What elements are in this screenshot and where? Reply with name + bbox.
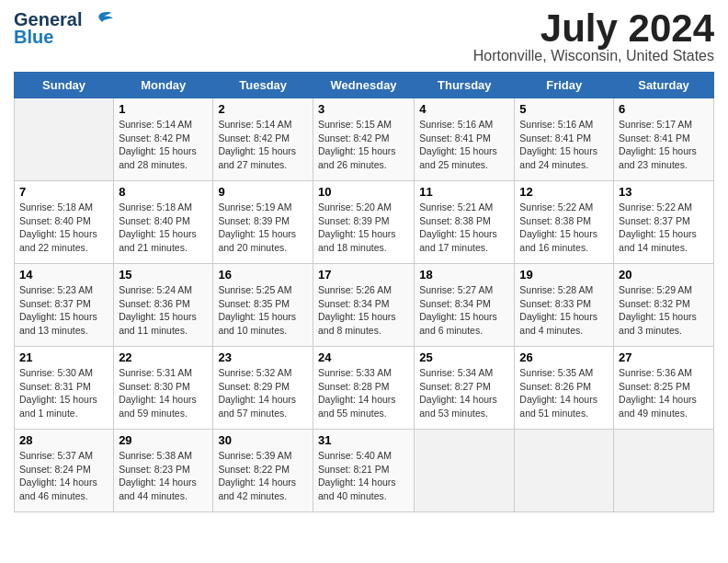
day-info: Sunrise: 5:38 AM Sunset: 8:23 PM Dayligh… [119,449,208,503]
day-info: Sunrise: 5:16 AM Sunset: 8:41 PM Dayligh… [519,118,609,172]
day-info: Sunrise: 5:33 AM Sunset: 8:28 PM Dayligh… [318,366,409,420]
calendar-cell: 30Sunrise: 5:39 AM Sunset: 8:22 PM Dayli… [213,430,313,512]
header-tuesday: Tuesday [213,73,313,98]
day-info: Sunrise: 5:31 AM Sunset: 8:30 PM Dayligh… [119,366,208,420]
day-info: Sunrise: 5:18 AM Sunset: 8:40 PM Dayligh… [19,201,108,255]
calendar-cell: 22Sunrise: 5:31 AM Sunset: 8:30 PM Dayli… [114,347,213,430]
day-info: Sunrise: 5:16 AM Sunset: 8:41 PM Dayligh… [419,118,509,172]
day-number: 16 [218,268,308,282]
calendar-cell [15,98,114,181]
day-number: 31 [318,433,409,447]
calendar-cell: 7Sunrise: 5:18 AM Sunset: 8:40 PM Daylig… [15,181,114,264]
calendar-week-row: 28Sunrise: 5:37 AM Sunset: 8:24 PM Dayli… [15,430,714,512]
day-info: Sunrise: 5:39 AM Sunset: 8:22 PM Dayligh… [218,449,308,503]
calendar-cell: 24Sunrise: 5:33 AM Sunset: 8:28 PM Dayli… [313,347,414,430]
calendar-cell: 20Sunrise: 5:29 AM Sunset: 8:32 PM Dayli… [614,264,714,347]
day-info: Sunrise: 5:17 AM Sunset: 8:41 PM Dayligh… [619,118,709,172]
calendar-table: SundayMondayTuesdayWednesdayThursdayFrid… [14,72,714,512]
day-number: 27 [619,350,709,364]
day-number: 1 [119,102,208,116]
day-info: Sunrise: 5:22 AM Sunset: 8:37 PM Dayligh… [619,201,709,255]
day-number: 18 [419,268,509,282]
calendar-cell: 11Sunrise: 5:21 AM Sunset: 8:38 PM Dayli… [415,181,515,264]
logo-text-blue: Blue [14,27,53,48]
calendar-cell: 28Sunrise: 5:37 AM Sunset: 8:24 PM Dayli… [15,430,114,512]
header-saturday: Saturday [614,73,714,98]
day-info: Sunrise: 5:24 AM Sunset: 8:36 PM Dayligh… [119,283,208,338]
calendar-cell: 19Sunrise: 5:28 AM Sunset: 8:33 PM Dayli… [515,264,614,347]
day-info: Sunrise: 5:27 AM Sunset: 8:34 PM Dayligh… [419,283,509,338]
calendar-week-row: 1Sunrise: 5:14 AM Sunset: 8:42 PM Daylig… [15,98,714,181]
calendar-cell: 13Sunrise: 5:22 AM Sunset: 8:37 PM Dayli… [614,181,714,264]
calendar-cell: 16Sunrise: 5:25 AM Sunset: 8:35 PM Dayli… [213,264,313,347]
day-info: Sunrise: 5:28 AM Sunset: 8:33 PM Dayligh… [519,283,609,338]
calendar-week-row: 21Sunrise: 5:30 AM Sunset: 8:31 PM Dayli… [15,347,714,430]
day-number: 8 [119,185,208,199]
header-monday: Monday [114,73,213,98]
day-info: Sunrise: 5:20 AM Sunset: 8:39 PM Dayligh… [318,201,409,255]
calendar-cell: 27Sunrise: 5:36 AM Sunset: 8:25 PM Dayli… [614,347,714,430]
day-number: 30 [218,433,308,447]
day-info: Sunrise: 5:14 AM Sunset: 8:42 PM Dayligh… [218,118,308,172]
calendar-cell: 25Sunrise: 5:34 AM Sunset: 8:27 PM Dayli… [415,347,515,430]
calendar-cell: 15Sunrise: 5:24 AM Sunset: 8:36 PM Dayli… [114,264,213,347]
calendar-cell: 6Sunrise: 5:17 AM Sunset: 8:41 PM Daylig… [614,98,714,181]
day-number: 3 [318,102,409,116]
day-info: Sunrise: 5:18 AM Sunset: 8:40 PM Dayligh… [119,201,208,255]
day-number: 6 [619,102,709,116]
day-info: Sunrise: 5:23 AM Sunset: 8:37 PM Dayligh… [19,283,108,338]
title-section: July 2024 Hortonville, Wisconsin, United… [473,9,714,64]
day-info: Sunrise: 5:30 AM Sunset: 8:31 PM Dayligh… [19,366,108,420]
day-info: Sunrise: 5:32 AM Sunset: 8:29 PM Dayligh… [218,366,308,420]
day-number: 25 [419,350,509,364]
calendar-cell: 31Sunrise: 5:40 AM Sunset: 8:21 PM Dayli… [313,430,414,512]
day-number: 23 [218,350,308,364]
header-sunday: Sunday [15,73,114,98]
day-info: Sunrise: 5:35 AM Sunset: 8:26 PM Dayligh… [519,366,609,420]
calendar-cell: 5Sunrise: 5:16 AM Sunset: 8:41 PM Daylig… [515,98,614,181]
day-number: 28 [19,433,108,447]
header-wednesday: Wednesday [313,73,414,98]
day-number: 17 [318,268,409,282]
day-info: Sunrise: 5:21 AM Sunset: 8:38 PM Dayligh… [419,201,509,255]
calendar-cell: 10Sunrise: 5:20 AM Sunset: 8:39 PM Dayli… [313,181,414,264]
day-number: 26 [519,350,609,364]
day-info: Sunrise: 5:26 AM Sunset: 8:34 PM Dayligh… [318,283,409,338]
day-number: 5 [519,102,609,116]
day-number: 24 [318,350,409,364]
calendar-cell: 26Sunrise: 5:35 AM Sunset: 8:26 PM Dayli… [515,347,614,430]
day-info: Sunrise: 5:15 AM Sunset: 8:42 PM Dayligh… [318,118,409,172]
page-header: General Blue July 2024 Hortonville, Wisc… [14,9,714,64]
logo: General Blue [14,9,113,48]
day-number: 15 [119,268,208,282]
calendar-cell: 9Sunrise: 5:19 AM Sunset: 8:39 PM Daylig… [213,181,313,264]
day-number: 13 [619,185,709,199]
header-friday: Friday [515,73,614,98]
calendar-cell [614,430,714,512]
calendar-week-row: 14Sunrise: 5:23 AM Sunset: 8:37 PM Dayli… [15,264,714,347]
day-info: Sunrise: 5:37 AM Sunset: 8:24 PM Dayligh… [19,449,108,503]
calendar-cell [415,430,515,512]
location-text: Hortonville, Wisconsin, United States [473,48,714,64]
day-number: 21 [19,350,108,364]
day-number: 9 [218,185,308,199]
day-number: 20 [619,268,709,282]
day-info: Sunrise: 5:25 AM Sunset: 8:35 PM Dayligh… [218,283,308,338]
day-info: Sunrise: 5:40 AM Sunset: 8:21 PM Dayligh… [318,449,409,503]
day-info: Sunrise: 5:29 AM Sunset: 8:32 PM Dayligh… [619,283,709,338]
month-title: July 2024 [473,9,714,48]
calendar-cell: 4Sunrise: 5:16 AM Sunset: 8:41 PM Daylig… [415,98,515,181]
calendar-week-row: 7Sunrise: 5:18 AM Sunset: 8:40 PM Daylig… [15,181,714,264]
day-number: 4 [419,102,509,116]
calendar-cell: 17Sunrise: 5:26 AM Sunset: 8:34 PM Dayli… [313,264,414,347]
day-number: 19 [519,268,609,282]
calendar-cell [515,430,614,512]
day-info: Sunrise: 5:19 AM Sunset: 8:39 PM Dayligh… [218,201,308,255]
calendar-cell: 21Sunrise: 5:30 AM Sunset: 8:31 PM Dayli… [15,347,114,430]
day-number: 22 [119,350,208,364]
calendar-cell: 1Sunrise: 5:14 AM Sunset: 8:42 PM Daylig… [114,98,213,181]
calendar-cell: 12Sunrise: 5:22 AM Sunset: 8:38 PM Dayli… [515,181,614,264]
day-number: 11 [419,185,509,199]
logo-bird-icon [84,10,113,30]
day-number: 10 [318,185,409,199]
